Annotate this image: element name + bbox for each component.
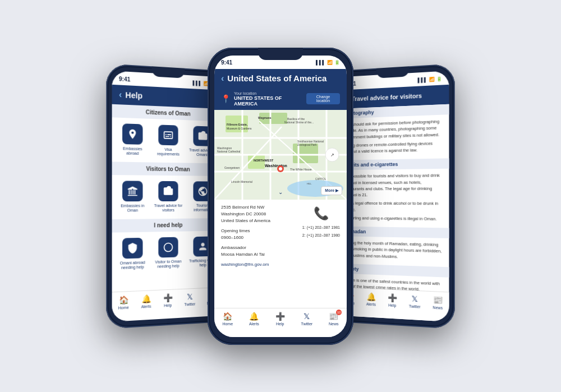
nav-news-label-c: News <box>329 322 339 326</box>
advice-photography-text: You should ask for permission before pho… <box>339 114 449 160</box>
svg-text:Museum & Gardens: Museum & Gardens <box>227 127 252 130</box>
nav-alerts-label-r: Alerts <box>366 302 376 306</box>
address-line3: United States of America <box>221 218 298 224</box>
photo-para2: Flying drones or remote-controlled flyin… <box>344 140 443 155</box>
nav-home-label: Home <box>118 305 129 310</box>
address-line2: Washington DC 20008 <box>221 211 298 218</box>
opening-hours: Opening times 0900–1600 <box>221 228 298 241</box>
nav-home-center[interactable]: 🏠 Home <box>222 312 233 331</box>
advice-spirits-text: It is possible for tourists and visitors… <box>339 168 449 227</box>
nav-alerts-left[interactable]: 🔔 Alerts <box>141 294 151 314</box>
travel-advice-visitors-label: Travel advice for visitors <box>153 203 183 213</box>
status-icons-right: ▌▌▌ 📶 🔋 <box>418 76 443 82</box>
center-screen: 9:41 ▌▌▌ 📶 🔋 ‹ United States of America … <box>214 56 347 337</box>
list-item[interactable]: Visitor to Oman needing help <box>153 237 183 269</box>
svg-text:↗: ↗ <box>330 153 334 158</box>
bell-icon-c: 🔔 <box>249 312 259 321</box>
list-item[interactable]: Embassies abroad <box>117 123 149 156</box>
svg-text:Lincoln Memorial: Lincoln Memorial <box>231 180 252 183</box>
photo-para1: You should ask for permission before pho… <box>344 118 443 140</box>
email-link[interactable]: washington@fm.gov.om <box>221 261 298 268</box>
bell-icon-r: 🔔 <box>366 292 375 301</box>
nav-news-label-r: News <box>433 305 443 310</box>
news-icon-r: 📰 <box>433 295 443 305</box>
battery-icon-c: 🔋 <box>334 60 340 65</box>
page-title-right: Travel advice for visitors <box>351 92 421 102</box>
list-item[interactable]: Omani abroad needing help <box>117 237 149 270</box>
back-arrow-left[interactable]: ‹ <box>119 89 122 100</box>
nav-twitter-label-c: Twitter <box>301 322 313 326</box>
change-location-button[interactable]: Change location <box>306 93 340 104</box>
embassy-address: 2535 Belmont Rd NW Washington DC 20008 U… <box>221 204 298 224</box>
center-phone: 9:41 ▌▌▌ 📶 🔋 ‹ United States of America … <box>208 48 353 345</box>
news-icon-c: 📰 10 <box>329 312 338 321</box>
location-pin-icon: 📍 <box>221 94 231 103</box>
nav-twitter-label: Twitter <box>184 302 195 306</box>
nav-home-label-c: Home <box>222 322 233 326</box>
back-arrow-center[interactable]: ‹ <box>221 73 224 84</box>
omani-abroad-label: Omani abroad needing help <box>117 260 149 270</box>
svg-text:National Cathedral: National Cathedral <box>217 150 240 153</box>
nav-twitter-right[interactable]: 𝕏 Twitter <box>409 294 421 314</box>
visa-icon <box>158 124 178 145</box>
svg-text:NORTHWEST: NORTHWEST <box>254 159 274 162</box>
map-area[interactable]: Fillmore Estate, Museum & Gardens Wegman… <box>214 110 347 200</box>
notch-center <box>258 48 303 60</box>
nav-help-center[interactable]: ➕ Help <box>275 312 285 331</box>
embassies-abroad-label: Embassies abroad <box>117 146 149 156</box>
status-icons-center: ▌▌▌ 📶 🔋 <box>316 60 340 65</box>
nav-twitter-center[interactable]: 𝕏 Twitter <box>301 312 313 331</box>
nav-news-right[interactable]: 📰 News <box>433 295 443 316</box>
visitor-oman-icon <box>158 237 178 257</box>
section-visitors: Visitors to Oman <box>112 162 222 176</box>
nav-news-center[interactable]: 📰 10 News <box>329 312 339 331</box>
bell-icon: 🔔 <box>141 294 151 303</box>
nav-alerts-right[interactable]: 🔔 Alerts <box>366 292 376 312</box>
svg-text:HILL: HILL <box>307 182 312 185</box>
list-item[interactable]: Visa requirements <box>153 124 183 157</box>
embassies-abroad-icon <box>122 123 142 145</box>
ramadan-para1: During the holy month of Ramadan, eating… <box>344 239 443 261</box>
app-header-center: ‹ United States of America <box>214 69 347 88</box>
signal-icon: ▌▌▌ <box>192 80 201 85</box>
embassies-oman-icon <box>122 181 142 201</box>
section-spirits: Spirits and e-cigarettes <box>339 158 449 170</box>
nav-help-right[interactable]: ➕ Help <box>388 293 397 313</box>
time-left: 9:41 <box>119 75 130 82</box>
time-center: 9:41 <box>221 59 232 66</box>
phones-container: 9:41 ▌▌▌ 📶 🔋 ‹ Help <box>0 0 561 392</box>
bottom-nav-center: 🏠 Home 🔔 Alerts ➕ Help 𝕏 Twitter <box>214 308 347 337</box>
spirits-para3: Importing and using e-cigarettes is ille… <box>344 214 443 222</box>
svg-text:Zoological Park: Zoological Park <box>297 143 317 146</box>
nav-home-left[interactable]: 🏠 Home <box>118 295 129 316</box>
right-screen: 9:41 ▌▌▌ 📶 🔋 ‹ Travel advice for visitor… <box>339 71 449 322</box>
phone-number-2: 2: (+1) 202–387 1980 <box>302 233 340 239</box>
home-icon-c: 🏠 <box>223 312 232 321</box>
wifi-icon-r: 📶 <box>429 76 435 82</box>
nav-alerts-label: Alerts <box>141 304 151 308</box>
twitter-icon-c: 𝕏 <box>304 312 310 321</box>
nav-twitter-label-r: Twitter <box>409 304 421 308</box>
hours-label: Opening times <box>221 228 298 234</box>
svg-text:Georgetown: Georgetown <box>224 166 240 169</box>
more-button[interactable]: More ▶ <box>321 186 342 195</box>
list-item[interactable]: Travel advice for visitors <box>153 181 183 213</box>
nav-alerts-center[interactable]: 🔔 Alerts <box>249 312 259 331</box>
nav-alerts-label-c: Alerts <box>249 322 259 326</box>
list-item[interactable]: Embassies in Oman <box>117 181 149 213</box>
spirits-para1: It is possible for tourists and visitors… <box>344 172 443 198</box>
nav-twitter-left[interactable]: 𝕏 Twitter <box>184 292 195 312</box>
ambassador-label: Ambassador <box>221 245 298 251</box>
visitor-oman-label: Visitor to Oman needing help <box>153 259 183 269</box>
svg-text:Wegmans: Wegmans <box>258 116 272 119</box>
bottom-nav-left: 🏠 Home 🔔 Alerts ➕ Help 𝕏 <box>112 287 222 321</box>
spirits-para2: It is a legal offence to drink alcohol o… <box>344 200 443 213</box>
location-label: Your location <box>234 91 303 95</box>
svg-point-32 <box>279 167 282 170</box>
help-grid: Omani abroad needing help Visitor to Oma… <box>112 230 222 276</box>
help-icon-r: ➕ <box>388 293 397 302</box>
svg-text:CAPITOL: CAPITOL <box>315 178 327 181</box>
twitter-icon: 𝕏 <box>187 292 193 301</box>
nav-help-left[interactable]: ➕ Help <box>163 293 173 313</box>
svg-text:Fillmore Estate,: Fillmore Estate, <box>227 123 248 126</box>
